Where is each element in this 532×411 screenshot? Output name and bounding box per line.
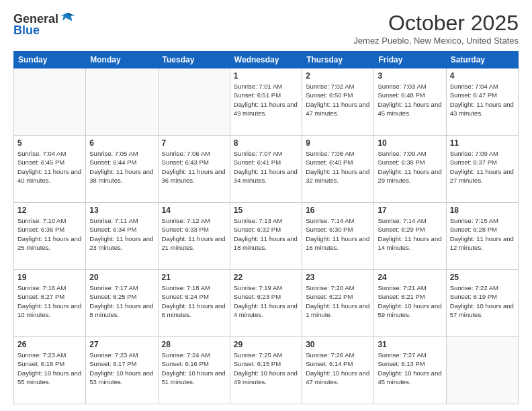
calendar-week-1: 5Sunrise: 7:04 AM Sunset: 6:45 PM Daylig… — [14, 136, 519, 203]
day-info: Sunrise: 7:20 AM Sunset: 6:22 PM Dayligh… — [306, 283, 370, 319]
day-info: Sunrise: 7:04 AM Sunset: 6:45 PM Dayligh… — [17, 149, 82, 185]
day-info: Sunrise: 7:25 AM Sunset: 6:15 PM Dayligh… — [234, 351, 298, 386]
day-number: 9 — [306, 138, 370, 148]
day-info: Sunrise: 7:02 AM Sunset: 6:50 PM Dayligh… — [306, 82, 370, 118]
calendar-cell — [14, 68, 86, 136]
day-info: Sunrise: 7:17 AM Sunset: 6:25 PM Dayligh… — [89, 283, 154, 319]
logo: General Blue — [13, 11, 75, 38]
day-number: 3 — [378, 71, 442, 81]
day-number: 21 — [162, 273, 226, 282]
calendar-cell: 8Sunrise: 7:07 AM Sunset: 6:41 PM Daylig… — [230, 136, 302, 203]
calendar-cell: 24Sunrise: 7:21 AM Sunset: 6:21 PM Dayli… — [374, 270, 446, 337]
day-header-tuesday: Tuesday — [158, 52, 230, 68]
day-info: Sunrise: 7:10 AM Sunset: 6:36 PM Dayligh… — [17, 216, 82, 252]
day-info: Sunrise: 7:11 AM Sunset: 6:34 PM Dayligh… — [89, 216, 154, 252]
calendar-cell — [86, 68, 158, 136]
calendar-cell: 26Sunrise: 7:23 AM Sunset: 6:18 PM Dayli… — [14, 337, 86, 404]
day-info: Sunrise: 7:04 AM Sunset: 6:47 PM Dayligh… — [450, 82, 515, 118]
day-number: 5 — [17, 138, 82, 148]
calendar-cell — [446, 337, 518, 404]
header: General Blue October 2025 Jemez Pueblo, … — [13, 11, 519, 46]
day-info: Sunrise: 7:18 AM Sunset: 6:24 PM Dayligh… — [162, 283, 226, 319]
calendar-cell: 20Sunrise: 7:17 AM Sunset: 6:25 PM Dayli… — [86, 270, 158, 337]
calendar-cell: 14Sunrise: 7:12 AM Sunset: 6:33 PM Dayli… — [158, 203, 230, 270]
day-number: 10 — [378, 138, 442, 148]
calendar-cell: 30Sunrise: 7:26 AM Sunset: 6:14 PM Dayli… — [302, 337, 374, 404]
logo-blue-text: Blue — [13, 24, 40, 38]
day-number: 29 — [234, 340, 298, 349]
day-header-sunday: Sunday — [14, 52, 86, 68]
day-number: 8 — [234, 138, 298, 148]
calendar-cell: 12Sunrise: 7:10 AM Sunset: 6:36 PM Dayli… — [14, 203, 86, 270]
calendar-cell — [158, 68, 230, 136]
calendar-cell: 3Sunrise: 7:03 AM Sunset: 6:48 PM Daylig… — [374, 68, 446, 136]
day-header-thursday: Thursday — [302, 52, 374, 68]
title-block: October 2025 Jemez Pueblo, New Mexico, U… — [353, 11, 519, 46]
day-info: Sunrise: 7:12 AM Sunset: 6:33 PM Dayligh… — [162, 216, 226, 252]
calendar-cell: 17Sunrise: 7:14 AM Sunset: 6:29 PM Dayli… — [374, 203, 446, 270]
day-number: 25 — [450, 273, 515, 282]
day-number: 2 — [306, 71, 370, 81]
day-number: 30 — [306, 340, 370, 349]
calendar-cell: 15Sunrise: 7:13 AM Sunset: 6:32 PM Dayli… — [230, 203, 302, 270]
calendar-table: SundayMondayTuesdayWednesdayThursdayFrid… — [13, 51, 519, 404]
day-number: 17 — [378, 205, 442, 215]
day-info: Sunrise: 7:19 AM Sunset: 6:23 PM Dayligh… — [234, 283, 298, 319]
day-info: Sunrise: 7:09 AM Sunset: 6:38 PM Dayligh… — [378, 149, 442, 185]
day-info: Sunrise: 7:23 AM Sunset: 6:17 PM Dayligh… — [89, 351, 154, 386]
location: Jemez Pueblo, New Mexico, United States — [353, 36, 519, 46]
page: General Blue October 2025 Jemez Pueblo, … — [0, 0, 532, 411]
day-number: 1 — [234, 71, 298, 81]
calendar-cell: 5Sunrise: 7:04 AM Sunset: 6:45 PM Daylig… — [14, 136, 86, 203]
calendar-cell: 1Sunrise: 7:01 AM Sunset: 6:51 PM Daylig… — [230, 68, 302, 136]
day-number: 6 — [89, 138, 154, 148]
calendar-cell: 27Sunrise: 7:23 AM Sunset: 6:17 PM Dayli… — [86, 337, 158, 404]
day-number: 27 — [89, 340, 154, 349]
calendar-cell: 21Sunrise: 7:18 AM Sunset: 6:24 PM Dayli… — [158, 270, 230, 337]
day-info: Sunrise: 7:06 AM Sunset: 6:43 PM Dayligh… — [162, 149, 226, 185]
day-info: Sunrise: 7:22 AM Sunset: 6:19 PM Dayligh… — [450, 283, 515, 319]
month-title: October 2025 — [353, 11, 519, 36]
day-info: Sunrise: 7:05 AM Sunset: 6:44 PM Dayligh… — [89, 149, 154, 185]
calendar-cell: 10Sunrise: 7:09 AM Sunset: 6:38 PM Dayli… — [374, 136, 446, 203]
calendar-cell: 7Sunrise: 7:06 AM Sunset: 6:43 PM Daylig… — [158, 136, 230, 203]
calendar-cell: 2Sunrise: 7:02 AM Sunset: 6:50 PM Daylig… — [302, 68, 374, 136]
day-info: Sunrise: 7:01 AM Sunset: 6:51 PM Dayligh… — [234, 82, 298, 118]
day-number: 4 — [450, 71, 515, 81]
day-number: 16 — [306, 205, 370, 215]
calendar-cell: 22Sunrise: 7:19 AM Sunset: 6:23 PM Dayli… — [230, 270, 302, 337]
day-number: 12 — [17, 205, 82, 215]
calendar-cell: 31Sunrise: 7:27 AM Sunset: 6:13 PM Dayli… — [374, 337, 446, 404]
calendar-week-3: 19Sunrise: 7:16 AM Sunset: 6:27 PM Dayli… — [14, 270, 519, 337]
calendar-cell: 23Sunrise: 7:20 AM Sunset: 6:22 PM Dayli… — [302, 270, 374, 337]
day-info: Sunrise: 7:14 AM Sunset: 6:29 PM Dayligh… — [378, 216, 442, 252]
day-number: 24 — [378, 273, 442, 282]
calendar-cell: 16Sunrise: 7:14 AM Sunset: 6:30 PM Dayli… — [302, 203, 374, 270]
calendar-week-2: 12Sunrise: 7:10 AM Sunset: 6:36 PM Dayli… — [14, 203, 519, 270]
day-info: Sunrise: 7:21 AM Sunset: 6:21 PM Dayligh… — [378, 283, 442, 319]
logo-bird-icon — [60, 11, 75, 23]
day-info: Sunrise: 7:09 AM Sunset: 6:37 PM Dayligh… — [450, 149, 515, 185]
calendar-cell: 19Sunrise: 7:16 AM Sunset: 6:27 PM Dayli… — [14, 270, 86, 337]
day-header-friday: Friday — [374, 52, 446, 68]
day-info: Sunrise: 7:14 AM Sunset: 6:30 PM Dayligh… — [306, 216, 370, 252]
calendar-cell: 29Sunrise: 7:25 AM Sunset: 6:15 PM Dayli… — [230, 337, 302, 404]
calendar-cell: 13Sunrise: 7:11 AM Sunset: 6:34 PM Dayli… — [86, 203, 158, 270]
day-info: Sunrise: 7:03 AM Sunset: 6:48 PM Dayligh… — [378, 82, 442, 118]
day-number: 20 — [89, 273, 154, 282]
calendar-cell: 11Sunrise: 7:09 AM Sunset: 6:37 PM Dayli… — [446, 136, 518, 203]
day-header-monday: Monday — [86, 52, 158, 68]
calendar-cell: 25Sunrise: 7:22 AM Sunset: 6:19 PM Dayli… — [446, 270, 518, 337]
day-info: Sunrise: 7:24 AM Sunset: 6:16 PM Dayligh… — [162, 351, 226, 386]
calendar-cell: 28Sunrise: 7:24 AM Sunset: 6:16 PM Dayli… — [158, 337, 230, 404]
calendar-cell: 9Sunrise: 7:08 AM Sunset: 6:40 PM Daylig… — [302, 136, 374, 203]
day-number: 19 — [17, 273, 82, 282]
calendar-cell: 4Sunrise: 7:04 AM Sunset: 6:47 PM Daylig… — [446, 68, 518, 136]
day-info: Sunrise: 7:13 AM Sunset: 6:32 PM Dayligh… — [234, 216, 298, 252]
calendar-week-0: 1Sunrise: 7:01 AM Sunset: 6:51 PM Daylig… — [14, 68, 519, 136]
day-info: Sunrise: 7:27 AM Sunset: 6:13 PM Dayligh… — [378, 351, 442, 386]
day-number: 11 — [450, 138, 515, 148]
day-number: 13 — [89, 205, 154, 215]
calendar-cell: 6Sunrise: 7:05 AM Sunset: 6:44 PM Daylig… — [86, 136, 158, 203]
calendar-header-row: SundayMondayTuesdayWednesdayThursdayFrid… — [14, 52, 519, 68]
